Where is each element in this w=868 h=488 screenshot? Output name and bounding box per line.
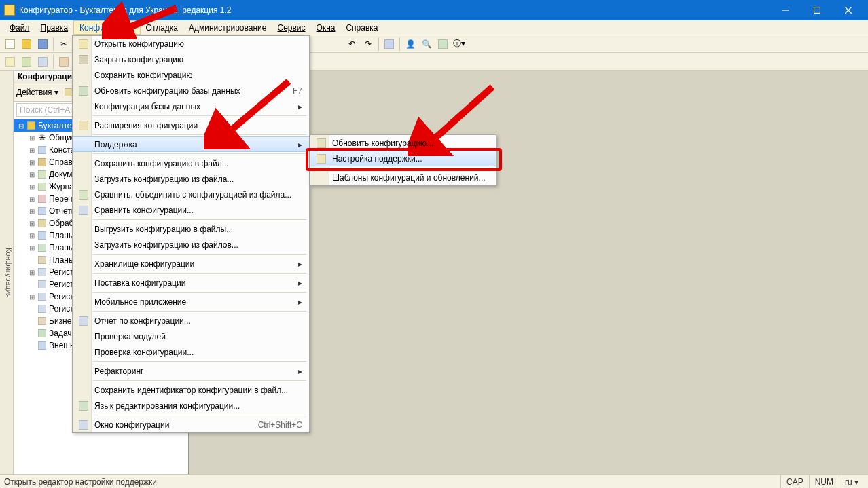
extensions-icon	[75, 117, 92, 133]
tb-save-icon[interactable]	[35, 37, 50, 52]
sub-templates[interactable]: Шаблоны конфигураций и обновлений...	[310, 170, 496, 185]
dropdown-configuration: Открыть конфигурацию Закрыть конфигураци…	[72, 35, 310, 433]
close-config-icon	[75, 52, 92, 67]
folder-icon	[37, 157, 47, 167]
folder-icon	[37, 316, 47, 326]
dd-update-db[interactable]: Обновить конфигурацию базы данныхF7	[73, 83, 309, 98]
tb2-btn3[interactable]	[35, 54, 50, 69]
dropdown-support: Обновить конфигурацию... Настройка подде…	[310, 134, 496, 186]
tb-redo-icon[interactable]: ↷	[361, 37, 376, 52]
tb-calendar-icon[interactable]	[435, 37, 450, 52]
tb2-btn1[interactable]	[3, 54, 18, 69]
close-button[interactable]	[833, 0, 864, 20]
folder-icon	[37, 170, 47, 179]
minimize-button[interactable]	[770, 0, 801, 20]
folder-icon: ✳	[37, 133, 47, 143]
menu-debug[interactable]: Отладка	[141, 20, 183, 35]
folder-icon	[37, 206, 47, 216]
tb2-btn2[interactable]	[19, 54, 34, 69]
folder-icon	[37, 280, 47, 289]
menu-configuration[interactable]: Конфигурация	[73, 20, 141, 35]
menu-edit[interactable]: Правка	[35, 20, 74, 35]
dd-save-to-file[interactable]: Сохранить конфигурацию в файл...	[73, 155, 309, 171]
config-icon	[26, 121, 36, 130]
tb-windows-icon[interactable]	[382, 37, 397, 52]
status-num: NUM	[809, 475, 839, 488]
status-lang[interactable]: ru ▾	[839, 475, 864, 488]
menu-help[interactable]: Справка	[340, 20, 383, 35]
tb-user-icon[interactable]: 👤	[403, 37, 418, 52]
compare-icon	[75, 202, 92, 218]
dd-import-files[interactable]: Загрузить конфигурацию из файлов...	[73, 237, 309, 252]
open-config-icon	[75, 36, 92, 52]
tb2-btn4[interactable]	[56, 54, 71, 69]
status-hint: Открыть редактор настройки поддержки	[4, 477, 157, 487]
dd-close-config[interactable]: Закрыть конфигурацию	[73, 52, 309, 67]
tb-open-icon[interactable]	[19, 37, 34, 52]
lang-icon	[75, 398, 92, 413]
dd-check-config[interactable]: Проверка конфигурации...	[73, 344, 309, 360]
tb-undo-icon[interactable]: ↶	[344, 37, 359, 52]
folder-icon	[37, 304, 47, 314]
maximize-button[interactable]	[801, 0, 833, 20]
sub-support-settings[interactable]: Настройка поддержки...	[310, 151, 496, 166]
side-tab-configuration[interactable]: Конфигурация	[0, 71, 14, 474]
dd-mobile[interactable]: Мобильное приложение▸	[73, 294, 309, 309]
status-bar: Открыть редактор настройки поддержки CAP…	[0, 474, 868, 488]
compare-merge-icon	[75, 187, 92, 202]
app-icon	[4, 5, 15, 16]
panel-actions-button[interactable]: Действия ▾	[16, 88, 58, 97]
dd-extensions[interactable]: Расширения конфигурации	[73, 117, 309, 133]
report-icon	[75, 313, 92, 329]
dd-delivery[interactable]: Поставка конфигурации▸	[73, 275, 309, 290]
folder-icon	[37, 267, 47, 277]
dd-db-config[interactable]: Конфигурация базы данных▸	[73, 98, 309, 114]
dd-save-id[interactable]: Сохранить идентификатор конфигурации в ф…	[73, 382, 309, 398]
dd-compare-merge[interactable]: Сравнить, объединить с конфигурацией из …	[73, 187, 309, 202]
folder-icon	[37, 231, 47, 240]
folder-icon	[37, 219, 47, 228]
tb-search-icon[interactable]: 🔍	[419, 37, 434, 52]
dd-check-modules[interactable]: Проверка модулей	[73, 329, 309, 344]
update-config-icon	[313, 135, 329, 151]
window-title: Конфигуратор - Бухгалтерия для Украины, …	[19, 5, 770, 15]
menu-windows[interactable]: Окна	[311, 20, 341, 35]
folder-icon	[37, 194, 47, 204]
tb-cut-icon[interactable]: ✂	[56, 37, 71, 52]
dd-load-from-file[interactable]: Загрузить конфигурацию из файла...	[73, 171, 309, 187]
folder-icon	[37, 341, 47, 350]
status-cap: CAP	[780, 475, 809, 488]
dd-repo[interactable]: Хранилище конфигурации▸	[73, 256, 309, 271]
menu-file[interactable]: Файл	[4, 20, 35, 35]
dd-save-config[interactable]: Сохранить конфигурацию	[73, 67, 309, 83]
dd-edit-lang[interactable]: Язык редактирования конфигурации...	[73, 398, 309, 413]
tb-new-icon[interactable]	[3, 37, 18, 52]
menu-service[interactable]: Сервис	[272, 20, 310, 35]
folder-icon	[37, 292, 47, 301]
dd-config-window[interactable]: Окно конфигурацииCtrl+Shift+C	[73, 417, 309, 432]
tb-help-icon[interactable]: ⓘ▾	[452, 37, 467, 52]
window-icon	[75, 417, 92, 432]
sub-update-config[interactable]: Обновить конфигурацию...	[310, 135, 496, 151]
folder-icon	[37, 182, 47, 191]
folder-icon	[37, 243, 47, 252]
folder-icon	[37, 145, 47, 155]
title-bar: Конфигуратор - Бухгалтерия для Украины, …	[0, 0, 868, 20]
folder-icon	[37, 255, 47, 265]
dd-open-config[interactable]: Открыть конфигурацию	[73, 36, 309, 52]
menu-bar: Файл Правка Конфигурация Отладка Админис…	[0, 20, 868, 35]
folder-icon	[37, 329, 47, 338]
dd-support[interactable]: Поддержка▸	[73, 136, 309, 152]
svg-rect-0	[814, 7, 820, 14]
dd-export-files[interactable]: Выгрузить конфигурацию в файлы...	[73, 221, 309, 237]
dd-report[interactable]: Отчет по конфигурации...	[73, 313, 309, 329]
support-settings-icon	[313, 151, 329, 166]
dd-compare[interactable]: Сравнить конфигурации...	[73, 202, 309, 218]
dd-refactoring[interactable]: Рефакторинг▸	[73, 363, 309, 379]
update-db-icon	[75, 83, 92, 98]
menu-admin[interactable]: Администрирование	[183, 20, 272, 35]
